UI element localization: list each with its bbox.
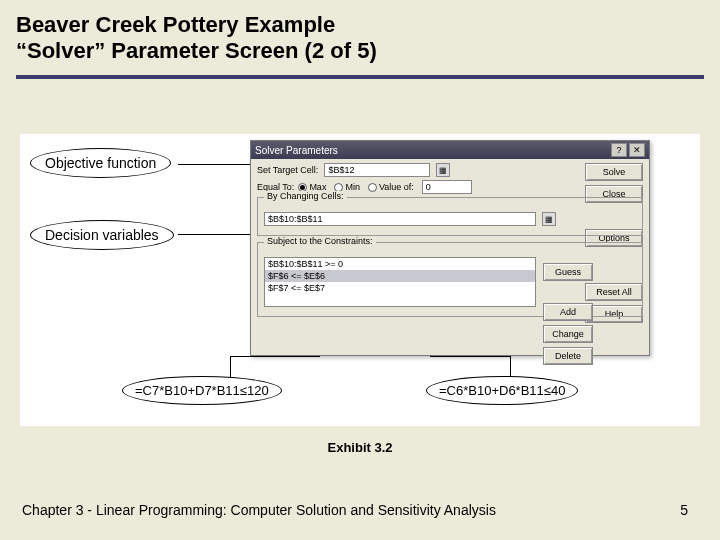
constraints-listbox[interactable]: $B$10:$B$11 >= 0 $F$6 <= $E$6 $F$7 <= $E… <box>264 257 536 307</box>
constraint-row[interactable]: $F$6 <= $E$6 <box>265 270 535 282</box>
change-button[interactable]: Change <box>543 325 593 343</box>
formula-callout-1: =C7*B10+D7*B11≤120 <box>122 376 282 405</box>
callout-decision: Decision variables <box>30 220 174 250</box>
changing-cells-group: By Changing Cells: $B$10:$B$11 ▦ <box>257 197 643 236</box>
value-of-input[interactable]: 0 <box>422 180 472 194</box>
dialog-title: Solver Parameters <box>255 145 338 156</box>
changing-cells-label: By Changing Cells: <box>264 191 347 201</box>
lead-line <box>430 356 510 357</box>
radio-value-of[interactable]: Value of: <box>368 182 414 192</box>
formula-callout-2: =C6*B10+D6*B11≤40 <box>426 376 578 405</box>
footer-page-number: 5 <box>680 502 688 518</box>
lead-line <box>230 356 320 357</box>
constraint-row[interactable]: $B$10:$B$11 >= 0 <box>265 258 535 270</box>
exhibit-caption: Exhibit 3.2 <box>0 440 720 455</box>
changing-cells-input[interactable]: $B$10:$B$11 <box>264 212 536 226</box>
footer-chapter: Chapter 3 - Linear Programming: Computer… <box>22 502 496 518</box>
add-button[interactable]: Add <box>543 303 593 321</box>
title-rule <box>16 75 704 79</box>
title-line-1: Beaver Creek Pottery Example <box>16 12 335 37</box>
radio-value-label: Value of: <box>379 182 414 192</box>
title-line-2: “Solver” Parameter Screen (2 of 5) <box>16 38 377 63</box>
constraint-row[interactable]: $F$7 <= $E$7 <box>265 282 535 294</box>
target-cell-input[interactable]: $B$12 <box>324 163 430 177</box>
set-target-label: Set Target Cell: <box>257 165 318 175</box>
constraints-label: Subject to the Constraints: <box>264 236 376 246</box>
callout-objective: Objective function <box>30 148 171 178</box>
figure-area: Objective function Decision variables So… <box>20 134 700 426</box>
radio-min-label: Min <box>345 182 360 192</box>
slide-title: Beaver Creek Pottery Example “Solver” Pa… <box>0 0 720 73</box>
range-picker-icon[interactable]: ▦ <box>436 163 450 177</box>
delete-button[interactable]: Delete <box>543 347 593 365</box>
close-icon[interactable]: ✕ <box>629 143 645 157</box>
solve-button[interactable]: Solve <box>585 163 643 181</box>
dialog-titlebar[interactable]: Solver Parameters ? ✕ <box>251 141 649 159</box>
range-picker-icon[interactable]: ▦ <box>542 212 556 226</box>
solver-dialog: Solver Parameters ? ✕ Solve Close Option… <box>250 140 650 356</box>
help-icon[interactable]: ? <box>611 143 627 157</box>
